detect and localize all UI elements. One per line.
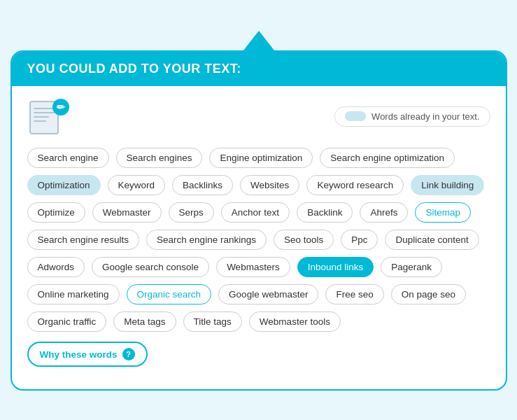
tag-google-webmaster[interactable]: Google webmaster [218,284,318,304]
tag-backlinks[interactable]: Backlinks [172,175,233,195]
tag-adwords[interactable]: Adwords [27,257,85,277]
tag-keyword-research[interactable]: Keyword research [306,175,404,195]
tag-sitemap[interactable]: Sitemap [415,202,471,223]
why-these-words-button[interactable]: Why these words ? [27,342,148,367]
tag-duplicate-content[interactable]: Duplicate content [385,230,479,250]
tag-organic-traffic[interactable]: Organic traffic [27,312,107,332]
tag-optimize[interactable]: Optimize [27,202,85,223]
tag-ahrefs[interactable]: Ahrefs [360,202,408,223]
tag-search-engine[interactable]: Search engine [27,148,109,168]
top-row: ✏ Words already in your text. [27,97,490,135]
tag-ppc[interactable]: Ppc [341,230,378,250]
tag-free-seo[interactable]: Free seo [325,284,383,304]
tag-search-engine-rankings[interactable]: Search engine rankings [146,230,267,250]
header-title: YOU COULD ADD TO YOUR TEXT: [27,62,241,76]
tag-inbound-links[interactable]: Inbound links [297,257,374,277]
svg-text:✏: ✏ [57,102,66,113]
legend: Words already in your text. [334,106,490,127]
why-button-label: Why these words [40,349,118,360]
tag-search-engines[interactable]: Search engines [116,148,203,168]
tag-organic-search[interactable]: Organic search [127,284,212,304]
tag-webmaster-tools[interactable]: Webmaster tools [249,312,341,332]
tag-serps[interactable]: Serps [169,202,214,223]
tag-online-marketing[interactable]: Online marketing [27,284,120,304]
legend-label: Words already in your text. [371,111,479,122]
tag-optimization[interactable]: Optimization [27,175,101,195]
tag-keyword[interactable]: Keyword [108,175,166,195]
tag-webmaster[interactable]: Webmaster [92,202,162,223]
tags-area: Search engineSearch enginesEngine optimi… [27,148,490,332]
question-icon: ? [122,348,135,360]
suggestion-card: YOU COULD ADD TO YOUR TEXT: [10,50,507,391]
tag-anchor-text[interactable]: Anchor text [221,202,290,223]
document-icon: ✏ [27,97,72,135]
tag-backlink[interactable]: Backlink [297,202,353,223]
tag-on-page-seo[interactable]: On page seo [391,284,466,304]
card-header: YOU COULD ADD TO YOUR TEXT: [12,52,506,86]
tag-engine-optimization[interactable]: Engine optimization [209,148,313,168]
tag-pagerank[interactable]: Pagerank [381,257,442,277]
card-body: ✏ Words already in your text. Search eng… [12,86,506,372]
tag-google-search-console[interactable]: Google search console [92,257,209,277]
tag-websites[interactable]: Websites [240,175,299,195]
tag-meta-tags[interactable]: Meta tags [113,312,176,332]
tag-search-engine-optimization[interactable]: Search engine optimization [320,148,455,168]
legend-swatch [345,111,366,121]
speech-arrow [243,31,274,50]
tag-seo-tools[interactable]: Seo tools [274,230,334,250]
tag-title-tags[interactable]: Title tags [183,312,242,332]
tag-webmasters[interactable]: Webmasters [216,257,290,277]
tag-search-engine-results[interactable]: Search engine results [27,230,140,250]
icon-area: ✏ [27,97,72,135]
tag-link-building[interactable]: Link building [411,175,484,195]
outer-wrapper: YOU COULD ADD TO YOUR TEXT: [10,50,507,391]
